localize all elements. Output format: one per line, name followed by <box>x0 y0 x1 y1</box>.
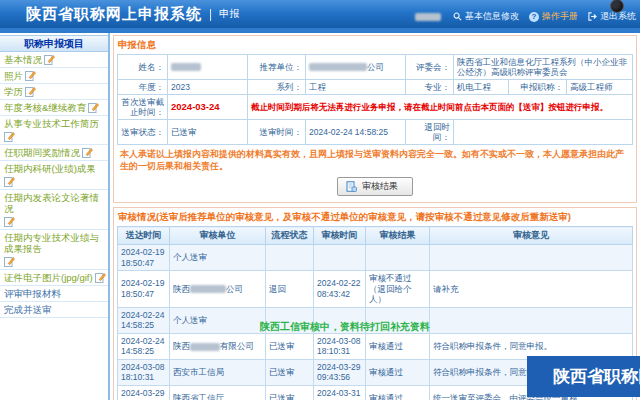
table-cell: 2024-03-08 18:10:31 <box>314 333 366 359</box>
send-time-value: 2024-02-24 14:58:25 <box>306 120 406 144</box>
basic-info-label: 基本信息修改 <box>465 10 519 23</box>
main-content: 申报信息 姓名： 推荐单位： 公司 评委会： 陕西省工业和信息化厅工程系列（中小… <box>110 33 640 400</box>
table-cell: 2024-03-31 09:34:56 <box>314 385 366 400</box>
committee-label: 评委会： <box>406 55 454 79</box>
major-label: 专业： <box>406 80 454 94</box>
edit-icon[interactable] <box>88 102 99 113</box>
edit-icon[interactable] <box>4 216 15 227</box>
table-cell: 2024-03-29 09:43:56 <box>118 385 170 400</box>
question-icon: ? <box>529 12 539 22</box>
send-status-value: 已送审 <box>168 120 248 144</box>
sidebar-item-label: 任期内发表论文论著情况 <box>4 192 106 214</box>
table-cell: 2024-03-08 18:10:31 <box>118 359 170 385</box>
sidebar-menu: 基本情况照片学历年度考核&继续教育从事专业技术工作简历任职期间奖励情况任期内科研… <box>0 52 108 318</box>
manual-label: 操作手册 <box>542 10 578 23</box>
title-separator: | <box>209 7 212 21</box>
app-title: 陕西省职称网上申报系统 <box>26 5 202 24</box>
table-cell: 已送审 <box>266 359 314 385</box>
edit-icon[interactable] <box>4 176 15 187</box>
app-header: 陕西省职称网上申报系统 | 申报 基本信息修改 ? 操作手册 退出系统 <box>0 0 640 28</box>
recommend-org-value: 公司 <box>306 55 406 79</box>
sidebar-title: 职称申报项目 <box>0 35 108 52</box>
sidebar-item-label: 年度考核&继续教育 <box>4 102 86 113</box>
sidebar-item-label: 任期内专业技术业绩与成果报告 <box>4 232 106 254</box>
sidebar-item-label: 完成并送审 <box>4 304 52 315</box>
table-row: 2024-02-19 18:50:47陕西公司退回2024-02-22 08:4… <box>118 271 633 308</box>
review-result-label: 审核结果 <box>362 180 398 193</box>
sidebar-item[interactable]: 任期内发表论文论著情况 <box>0 190 108 230</box>
review-section-title: 审核情况(送审后推荐单位的审核意见，及审核不通过单位的审核意见，请按审核不通过意… <box>114 208 636 226</box>
edit-icon[interactable] <box>95 272 106 283</box>
table-cell: 已送审 <box>266 385 314 400</box>
watermark-text: 陕西省职称网上申报系统 <box>553 367 640 386</box>
sidebar-item[interactable]: 评审申报材料 <box>0 286 108 302</box>
sidebar: 职称申报项目 基本情况照片学历年度考核&继续教育从事专业技术工作简历任职期间奖励… <box>0 33 110 400</box>
send-status-label: 送审状态： <box>118 120 168 144</box>
sidebar-item-label: 证件电子图片(jpg/gif) <box>4 272 93 283</box>
series-value: 工程 <box>306 80 406 94</box>
logout-icon <box>588 12 597 21</box>
header-links: 基本信息修改 ? 操作手册 退出系统 <box>415 10 636 23</box>
table-cell: 陕西公司 <box>170 271 266 308</box>
column-header: 审核结果 <box>366 227 430 245</box>
table-cell: 审核通过 <box>366 359 430 385</box>
table-cell: 个人送审 <box>170 245 266 271</box>
major-value: 机电工程 <box>454 80 509 94</box>
commitment-text: 本人承诺以上填报内容和提供的材料真实有效，且网上填报与送审资料内容完全一致。如有… <box>114 145 636 174</box>
table-cell <box>314 245 366 271</box>
sidebar-item-label: 基本情况 <box>4 54 42 65</box>
table-cell: 2024-02-19 18:50:47 <box>118 271 170 308</box>
manual-link[interactable]: ? 操作手册 <box>529 10 578 23</box>
edit-icon[interactable] <box>25 86 36 97</box>
sidebar-item[interactable]: 年度考核&继续教育 <box>0 100 108 116</box>
recommend-org-label: 推荐单位： <box>248 55 306 79</box>
logout-link[interactable]: 退出系统 <box>588 10 636 23</box>
edit-icon[interactable] <box>44 54 55 65</box>
table-cell: 个人送审 <box>170 307 266 333</box>
status-annotation: 陕西工信审核中，资料待打回补充资料 <box>260 320 430 334</box>
document-icon <box>346 181 357 192</box>
sidebar-item[interactable]: 学历 <box>0 84 108 100</box>
deadline-label: 首次送审截止时间： <box>118 95 168 119</box>
redacted-text <box>309 63 367 71</box>
table-cell: 2024-02-19 18:50:47 <box>118 245 170 271</box>
redacted-text <box>171 63 201 71</box>
year-label: 年度： <box>118 80 168 94</box>
name-label: 姓名： <box>118 55 168 79</box>
column-header: 审核意见 <box>430 227 633 245</box>
table-row: 2024-02-19 18:50:47个人送审 <box>118 245 633 271</box>
sidebar-item[interactable]: 证件电子图片(jpg/gif) <box>0 270 108 286</box>
table-cell: 审核不通过（退回给个人） <box>366 271 430 308</box>
table-cell: 2024-02-24 14:58:25 <box>118 307 170 333</box>
sidebar-item[interactable]: 任职期间奖励情况 <box>0 145 108 161</box>
redacted-text <box>190 285 226 293</box>
table-cell: 西安市工信局 <box>170 359 266 385</box>
send-time-label: 送审时间： <box>248 120 306 144</box>
table-cell: 2024-02-22 08:43:42 <box>314 271 366 308</box>
edit-icon[interactable] <box>25 70 36 81</box>
redacted-text <box>190 343 220 351</box>
sidebar-item[interactable]: 完成并送审 <box>0 302 108 318</box>
sidebar-item[interactable]: 任期内科研(业绩)成果 <box>0 161 108 190</box>
sidebar-item[interactable]: 从事专业技术工作简历 <box>0 116 108 145</box>
sidebar-item[interactable]: 任期内专业技术业绩与成果报告 <box>0 230 108 270</box>
column-header: 送达时间 <box>118 227 170 245</box>
sidebar-item[interactable]: 基本情况 <box>0 52 108 68</box>
sidebar-item-label: 学历 <box>4 86 23 97</box>
basic-info-link[interactable]: 基本信息修改 <box>453 10 519 23</box>
return-time-value <box>454 120 633 144</box>
edit-icon[interactable] <box>82 147 93 158</box>
edit-icon[interactable] <box>4 256 15 267</box>
sidebar-item[interactable]: 照片 <box>0 68 108 84</box>
column-header: 审核单位 <box>170 227 266 245</box>
sidebar-item-label: 评审申报材料 <box>4 288 61 299</box>
table-cell: 审核通过 <box>366 385 430 400</box>
return-time-label: 退回时间： <box>406 120 454 144</box>
search-icon <box>453 12 462 21</box>
name-value <box>168 55 248 79</box>
table-cell: 2024-03-29 09:43:56 <box>314 359 366 385</box>
edit-icon[interactable] <box>4 131 15 142</box>
watermark-overlay: 陕西省职称网上申报系统 <box>527 356 640 397</box>
deadline-warning: 截止时间到期后将无法再进行业务申报，请在截止时间前点击本页面的【送审】按钮进行申… <box>248 95 633 119</box>
review-result-button[interactable]: 审核结果 <box>337 177 413 196</box>
